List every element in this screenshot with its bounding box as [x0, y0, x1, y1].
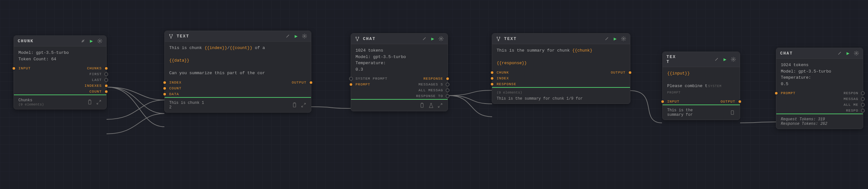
- request-tokens: Request Tokens: 319: [781, 117, 858, 122]
- pin-icon[interactable]: [81, 38, 86, 43]
- port-output[interactable]: OUTPUT: [238, 80, 311, 85]
- port-output[interactable]: OUTPUT: [561, 70, 630, 75]
- port-response-to[interactable]: RESPONSE TO: [351, 93, 447, 99]
- node-chat-2[interactable]: CHAT ▶ 1024 tokens Model: gpt-3.5-turbo …: [776, 48, 863, 129]
- ports: SYSTEM PROMPT RESPONSE PROMPT MESSAGES S…: [351, 76, 447, 99]
- svg-point-5: [170, 37, 172, 38]
- port-prompt[interactable]: PROMPT: [351, 82, 399, 87]
- svg-point-24: [856, 52, 857, 54]
- port-data[interactable]: DATA: [165, 91, 311, 97]
- temp-value: 0.5: [781, 81, 858, 87]
- node-body: This is chunk {{index}}/{{count}} of a {…: [165, 42, 311, 80]
- port-chunk[interactable]: CHUNK: [492, 70, 561, 75]
- play-icon[interactable]: ▶: [430, 36, 435, 41]
- port-index[interactable]: INDEX: [165, 80, 238, 85]
- gear-icon[interactable]: [97, 38, 102, 43]
- port-input[interactable]: INPUT: [662, 99, 702, 105]
- node-chunk[interactable]: CHUNK ▶ Model: gpt-3.5-turbo Token Count…: [13, 35, 106, 109]
- node-title: CHUNK: [18, 39, 77, 43]
- svg-point-19: [623, 38, 624, 39]
- node-header[interactable]: CHAT ▶: [351, 34, 447, 44]
- port-system-prompt[interactable]: SYSTEM PROMPT: [351, 76, 399, 82]
- port-index[interactable]: INDEX: [492, 75, 630, 81]
- svg-point-17: [498, 40, 499, 41]
- node-body: Model: gpt-3.5-turbo Token Count: 64: [14, 46, 106, 66]
- node-footer: This is chunk 1 2: [165, 98, 311, 112]
- port-count[interactable]: COUNT: [165, 85, 311, 91]
- model-text: Model: gpt-3.5-turbo: [781, 68, 858, 75]
- clipboard-icon[interactable]: [291, 102, 298, 108]
- svg-line-12: [423, 37, 426, 40]
- svg-point-21: [733, 59, 734, 60]
- pin-icon[interactable]: [604, 36, 609, 41]
- node-body: This is the summary for chunk {{chunk} {…: [492, 44, 630, 70]
- expand-icon[interactable]: [96, 99, 102, 105]
- template-var-response: {{response}}: [497, 60, 625, 67]
- node-header[interactable]: CHAT ▶: [776, 48, 863, 59]
- port-messages[interactable]: MESSAGES S: [399, 82, 448, 87]
- tokens-text: 1024 tokens: [781, 62, 858, 68]
- node-title: TEXT: [504, 36, 601, 41]
- svg-line-18: [606, 37, 608, 40]
- footer-sub: (9 elements): [19, 103, 84, 106]
- clipboard-icon[interactable]: [419, 103, 425, 108]
- node-header[interactable]: CHUNK ▶: [14, 36, 106, 46]
- tokens-text: 1024 tokens: [355, 47, 443, 54]
- play-icon[interactable]: ▶: [293, 34, 299, 39]
- gear-icon[interactable]: [302, 34, 307, 39]
- play-icon[interactable]: ▶: [845, 51, 850, 56]
- footer-sub: (9 elements): [497, 90, 625, 95]
- model-text: Model: gpt-3.5-turbo: [355, 54, 443, 60]
- port-response[interactable]: RESPONSE: [399, 76, 448, 82]
- pin-icon[interactable]: [285, 34, 290, 39]
- node-header[interactable]: TEXT ▶: [165, 31, 311, 42]
- gear-icon[interactable]: [438, 36, 444, 41]
- svg-point-9: [356, 37, 357, 38]
- gear-icon[interactable]: [621, 36, 626, 41]
- port-prompt[interactable]: PROMPT: [776, 90, 819, 96]
- port-indexes[interactable]: INDEXES: [14, 83, 106, 89]
- pin-icon[interactable]: [837, 51, 842, 56]
- ports: INDEX OUTPUT COUNT DATA: [165, 80, 311, 97]
- svg-point-13: [440, 38, 442, 39]
- token-count-text: Token Count: 64: [19, 56, 102, 63]
- port-allm[interactable]: ALL ME: [776, 102, 863, 108]
- node-chat-1[interactable]: CHAT ▶ 1024 tokens Model: gpt-3.5-turbo …: [351, 33, 448, 111]
- template-line: Please combine tSYSTEM PROMPT: [667, 83, 735, 96]
- ports: INPUT OUTPUT: [662, 99, 740, 105]
- play-icon[interactable]: ▶: [722, 57, 727, 62]
- ports: CHUNK OUTPUT INDEX RESPONSE: [492, 70, 630, 87]
- gear-icon[interactable]: [731, 57, 736, 62]
- flask-icon[interactable]: [428, 103, 434, 108]
- model-text: Model: gpt-3.5-turbo: [19, 50, 102, 56]
- port-response[interactable]: RESPONSE: [492, 81, 630, 87]
- play-icon[interactable]: ▶: [613, 36, 618, 41]
- port-input[interactable]: INPUT: [14, 66, 60, 71]
- port-messag[interactable]: MESSAG: [776, 96, 863, 102]
- node-text-1[interactable]: TEXT ▶ This is chunk {{index}}/{{count}}…: [164, 31, 311, 113]
- port-respon[interactable]: RESPON: [819, 90, 863, 96]
- node-text-3[interactable]: TEX T ▶ {{input}} Please combine tSYSTEM…: [662, 51, 740, 120]
- clipboard-icon[interactable]: [87, 99, 93, 105]
- port-output[interactable]: OUTPUT: [702, 99, 740, 105]
- play-icon[interactable]: ▶: [89, 38, 94, 43]
- port-respo[interactable]: RESPO: [776, 108, 863, 114]
- port-all-messages[interactable]: ALL MESSAG: [351, 87, 447, 93]
- node-header[interactable]: TEXT ▶: [492, 34, 630, 44]
- port-count[interactable]: COUNT: [14, 89, 106, 95]
- gear-icon[interactable]: [854, 51, 859, 56]
- port-chunks[interactable]: CHUNKS: [60, 66, 106, 71]
- port-first[interactable]: FIRST: [14, 71, 106, 77]
- port-last[interactable]: LAST: [14, 77, 106, 83]
- clipboard-icon[interactable]: [730, 110, 735, 115]
- node-title: CHAT: [363, 36, 418, 41]
- expand-icon[interactable]: [437, 103, 443, 108]
- expand-icon[interactable]: [301, 102, 306, 108]
- svg-point-1: [99, 40, 100, 42]
- pin-icon[interactable]: [714, 57, 719, 62]
- pin-icon[interactable]: [422, 36, 427, 41]
- node-header[interactable]: TEX T ▶: [662, 52, 740, 67]
- response-tokens: Response Tokens: 262: [781, 122, 858, 126]
- node-footer: [351, 100, 447, 111]
- node-text-2[interactable]: TEXT ▶ This is the summary for chunk {{c…: [492, 33, 630, 104]
